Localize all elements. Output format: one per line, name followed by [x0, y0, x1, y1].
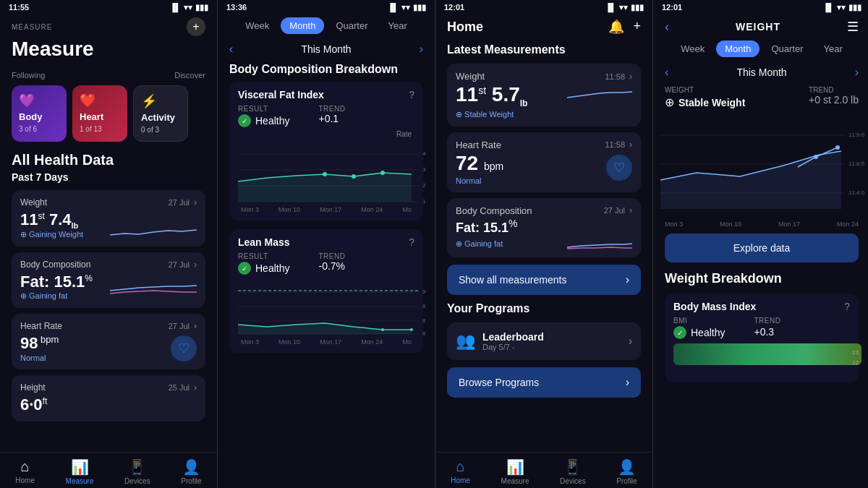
visceral-fat-chart: 4.0 3.0 2.0 1.0	[238, 138, 426, 203]
tab-month[interactable]: Month	[281, 17, 324, 34]
weight-date: 27 Jul	[169, 198, 190, 207]
weight-prev-month-button[interactable]: ‹	[665, 66, 668, 79]
nav-home-3[interactable]: ⌂ Home	[451, 458, 470, 485]
body-comp-measurement-card[interactable]: Body Composition 27 Jul › Fat: 15.1% ⊕ G…	[447, 198, 641, 257]
weight-title: Weight	[20, 197, 47, 207]
lean-mass-help-icon[interactable]: ?	[409, 236, 414, 248]
x-label-mon24: Mon 24	[361, 206, 383, 213]
add-button[interactable]: +	[187, 17, 205, 36]
back-button[interactable]: ‹	[665, 20, 669, 35]
activity-title: Activity	[141, 112, 180, 123]
nav-measure-3[interactable]: 📊 Measure	[501, 458, 529, 485]
show-all-chevron-icon: ›	[626, 273, 629, 286]
profile-nav-label-3: Profile	[616, 477, 637, 485]
menu-icon[interactable]: ☰	[847, 19, 859, 35]
visceral-help-icon[interactable]: ?	[409, 89, 414, 100]
heart-rate-metric-card[interactable]: Heart Rate 27 Jul › 98 bpm Normal ♡	[12, 314, 205, 369]
weight-measurement-card[interactable]: Weight 11:58 › 11st 5.7lb ⊕ Stable Weigh…	[447, 64, 641, 127]
show-all-label: Show all measurements	[459, 274, 566, 286]
heart-fav-button[interactable]: ♡	[171, 335, 197, 361]
svg-marker-4	[238, 173, 412, 202]
weight-meas-time: 11:58	[605, 72, 625, 81]
leaderboard-program-card[interactable]: 👥 Leaderboard Day 5/7 - ›	[447, 322, 641, 360]
profile-nav-label: Profile	[181, 477, 201, 485]
weight-tab-month[interactable]: Month	[716, 40, 760, 57]
lean-result-text: Healthy	[255, 262, 289, 274]
tab-year[interactable]: Year	[379, 17, 415, 34]
lean-x-mon3: Mon 3	[241, 338, 259, 346]
svg-text:3.0: 3.0	[422, 166, 426, 173]
home-nav-label: Home	[15, 476, 35, 484]
weight-next-month-button[interactable]: ›	[855, 66, 859, 79]
x-label-mon10: Mon 10	[278, 206, 300, 213]
month-nav: ‹ This Month ›	[218, 40, 435, 59]
weight-x-mon10: Mon 10	[720, 221, 741, 228]
heart-rate-date: 27 Jul	[169, 322, 190, 330]
time-4: 12:01	[662, 3, 682, 12]
home-nav-icon: ⌂	[21, 458, 30, 475]
body-comp-mini-chart	[567, 239, 632, 250]
browse-programs-button[interactable]: Browse Programs ›	[447, 367, 641, 398]
body-card[interactable]: 💜 Body 3 of 6	[12, 85, 67, 142]
tab-week[interactable]: Week	[237, 17, 278, 34]
weight-month-nav: ‹ This Month ›	[653, 63, 868, 82]
nav-devices-3[interactable]: 📱 Devices	[560, 458, 586, 485]
svg-text:2.0: 2.0	[422, 182, 426, 189]
weight-tab-quarter[interactable]: Quarter	[762, 40, 812, 57]
bottom-nav-1: ⌂ Home 📊 Measure 📱 Devices 👤 Profile	[0, 452, 217, 488]
weight-tab-year[interactable]: Year	[814, 40, 851, 57]
weight-meas-chevron-icon: ›	[629, 72, 632, 82]
activity-card[interactable]: ⚡ Activity 0 of 3	[133, 85, 188, 142]
measure-header: MEASURE + Measure	[0, 14, 217, 67]
height-metric-card[interactable]: Height 25 Jul › 6·0ft	[12, 375, 205, 421]
all-health-label: All Health Data	[0, 147, 217, 170]
nav-profile-1[interactable]: 👤 Profile	[181, 458, 201, 485]
lean-trend-value: -0.7%	[318, 260, 345, 272]
bottom-nav-3: ⌂ Home 📊 Measure 📱 Devices 👤 Profile	[435, 452, 652, 488]
measure-panel: 11:55 ▐▌ ▾▾ ▮▮▮ MEASURE + Measure Follow…	[0, 0, 217, 488]
heart-rate-chevron-icon: ›	[194, 321, 197, 331]
bell-icon[interactable]: 🔔	[608, 19, 624, 35]
bmi-trend-label: TREND	[754, 317, 780, 325]
program-avatars: 👥	[456, 332, 475, 351]
battery-icon-4: ▮▮▮	[848, 3, 861, 12]
home-header-icons: 🔔 +	[608, 19, 641, 35]
tab-quarter[interactable]: Quarter	[327, 17, 376, 34]
height-date: 25 Jul	[169, 383, 190, 392]
month-label: This Month	[301, 43, 351, 55]
heart-card[interactable]: ❤️ Heart 1 of 13	[72, 85, 127, 142]
heart-rate-fav-button[interactable]: ♡	[606, 155, 632, 181]
body-title: Body	[19, 111, 59, 122]
body-comp-metric-card[interactable]: Body Composition 27 Jul › Fat: 15.1% ⊕ G…	[12, 252, 205, 308]
signal-icon: ▐▌	[169, 3, 181, 12]
next-month-button[interactable]: ›	[420, 43, 423, 56]
weight-tab-week[interactable]: Week	[672, 40, 713, 57]
nav-profile-3[interactable]: 👤 Profile	[616, 458, 637, 485]
nav-home-1[interactable]: ⌂ Home	[15, 458, 35, 485]
program-chevron-icon: ›	[629, 335, 632, 348]
nav-devices-1[interactable]: 📱 Devices	[124, 458, 150, 485]
visceral-result-label: RESULT	[238, 105, 289, 113]
heart-rate-status: Normal	[20, 354, 59, 362]
devices-nav-label: Devices	[124, 477, 150, 485]
show-all-button[interactable]: Show all measurements ›	[447, 265, 641, 295]
measure-label: MEASURE	[12, 23, 52, 31]
explore-data-button[interactable]: Explore data	[665, 234, 859, 262]
time-2: 13:36	[226, 3, 247, 12]
weight-metric-card[interactable]: Weight 27 Jul › 11st 7.4lb ⊕ Gaining Wei…	[12, 190, 205, 247]
prev-month-button[interactable]: ‹	[229, 43, 233, 56]
bmi-name: Body Mass Index	[673, 301, 756, 312]
devices-nav-icon-3: 📱	[563, 458, 582, 476]
heart-rate-measurement-card[interactable]: Heart Rate 11:58 › 72 bpm Normal ♡	[447, 132, 641, 192]
weight-chart-x-labels: Mon 3 Mon 10 Mon 17 Mon 24	[653, 219, 868, 228]
bmi-check-icon: ✓	[673, 326, 686, 339]
stable-icon: ⊕	[665, 95, 674, 109]
weight-trend-value: +0 st 2.0 lb	[809, 94, 859, 106]
rate-label: Rate	[238, 130, 414, 138]
nav-measure-1[interactable]: 📊 Measure	[66, 458, 94, 485]
body-comp-meas-chevron-icon: ›	[629, 205, 632, 215]
body-comp-meas-time: 27 Jul	[604, 206, 625, 215]
add-measurement-icon[interactable]: +	[633, 19, 641, 35]
activity-sub: 0 of 3	[141, 126, 180, 134]
bmi-help-icon[interactable]: ?	[844, 301, 850, 312]
